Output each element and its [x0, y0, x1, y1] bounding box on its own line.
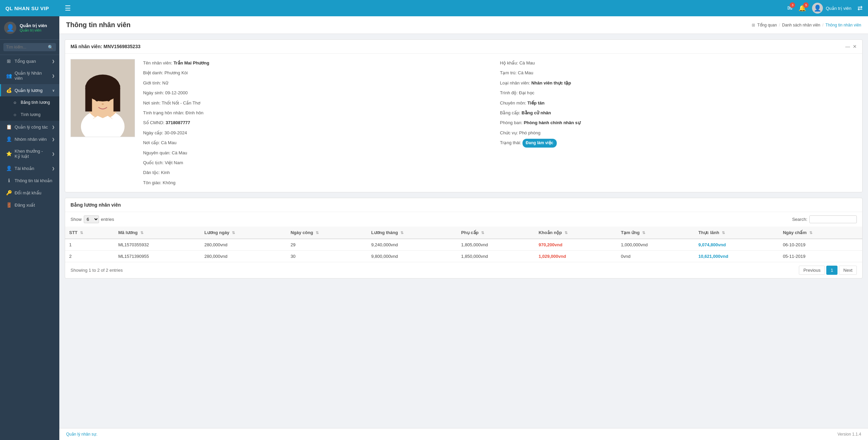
info-ton-giao: Tôn giáo: Không — [143, 179, 500, 187]
cell-ma-luong: ML1570355932 — [114, 239, 200, 251]
info-col-right: Hộ khẩu: Cà Mau Tạm trú: Cà Mau Loại nhâ… — [500, 59, 857, 187]
sidebar-item-tai-khoan[interactable]: 👤 Tài khoản ❯ — [0, 162, 59, 174]
cell-ngay-cong: 29 — [287, 239, 367, 251]
minimize-button[interactable]: — — [845, 44, 850, 49]
sidebar-item-quan-ly-cong-tac[interactable]: 📋 Quản lý công tác ❯ — [0, 121, 59, 133]
page-title: Thông tin nhân viên — [66, 21, 131, 29]
info-quoc-tich: Quốc tịch: Việt Nam — [143, 159, 500, 167]
info-dan-toc: Dân tộc: Kinh — [143, 169, 500, 176]
close-button[interactable]: ✕ — [853, 44, 857, 49]
info-tam-tru: Tạm trú: Cà Mau — [500, 69, 857, 77]
info-tinh-trang: Tình trạng hôn nhân: Đính hôn — [143, 109, 500, 117]
topbar: QL NHAN SU VIP ☰ ✉ 3 🔔 5 👤 Quản trị viên… — [0, 0, 868, 16]
employee-photo — [71, 59, 135, 137]
group-icon: 👤 — [6, 136, 12, 142]
showing-text: Showing 1 to 2 of 2 entries — [71, 268, 123, 273]
show-label: Show — [71, 217, 82, 222]
salary-card: Bảng lương nhân viên Show 6 10 25 entrie… — [65, 198, 863, 279]
chevron-down-icon: ∨ — [52, 89, 55, 92]
cell-luong-ngay: 280,000vnd — [200, 239, 287, 251]
page-1-button[interactable]: 1 — [826, 266, 837, 275]
cell-stt: 1 — [65, 239, 114, 251]
sidebar-item-doi-mat-khau[interactable]: 🔑 Đổi mật khẩu — [0, 187, 59, 199]
footer-link[interactable]: Quản lý nhân sự. — [66, 432, 97, 437]
bell-badge: 5 — [803, 2, 809, 8]
sidebar-label: Tài khoản — [15, 166, 49, 171]
next-button[interactable]: Next — [839, 266, 857, 275]
info-noi-sinh: Nơi sinh: Thốt Nốt - Cần Thơ — [143, 99, 500, 107]
circle-icon: ○ — [12, 100, 18, 105]
clipboard-icon: 📋 — [6, 124, 12, 130]
layout: 👤 Quản trị viên Quản trị viên 🔍 ⊞ Tổng q… — [0, 16, 868, 440]
sort-icon: ⇅ — [565, 231, 568, 235]
username: Quản trị viên — [826, 6, 851, 11]
col-thuc-lanh: Thực lãnh ⇅ — [694, 227, 779, 239]
sidebar-label: Đổi mật khẩu — [15, 190, 55, 195]
info-ngay-cap: Ngày cấp: 30-09-2024 — [143, 129, 500, 137]
show-entries-select[interactable]: 6 10 25 — [84, 215, 99, 223]
mail-icon[interactable]: ✉ 3 — [787, 4, 792, 12]
sort-icon: ⇅ — [80, 231, 83, 235]
sidebar-item-khen-thuong[interactable]: ⭐ Khen thưởng - Kỷ luật ❯ — [0, 145, 59, 162]
sidebar: 👤 Quản trị viên Quản trị viên 🔍 ⊞ Tổng q… — [0, 16, 59, 440]
cell-phu-cap: 1,805,000vnd — [457, 239, 534, 251]
info-gioi-tinh: Giới tính: Nữ — [143, 79, 500, 87]
sidebar-item-tong-quan[interactable]: ⊞ Tổng quan ❯ — [0, 55, 59, 67]
sidebar-username: Quản trị viên — [20, 23, 47, 28]
chevron-icon: ❯ — [52, 59, 55, 63]
svg-point-10 — [106, 97, 111, 101]
sidebar-item-quan-ly-luong[interactable]: 💰 Quản lý lương ∨ — [0, 84, 59, 96]
money-icon: 💰 — [6, 88, 12, 93]
sidebar-item-tinh-luong[interactable]: ○ Tính lương — [0, 109, 59, 121]
status-badge: Đang làm việc — [522, 139, 557, 148]
col-phu-cap: Phụ cấp ⇅ — [457, 227, 534, 239]
salary-table-title: Bảng lương nhân viên — [71, 202, 121, 208]
breadcrumb-sep: / — [779, 23, 780, 27]
content-body: Mã nhân viên: MNV1569835233 — ✕ — [59, 34, 868, 428]
info-bang-cap: Bằng cấp: Bằng cử nhân — [500, 109, 857, 117]
employee-details: Tên nhân viên: Trần Mai Phương Biệt danh… — [143, 59, 857, 187]
cell-ma-luong: ML1571390955 — [114, 251, 200, 262]
share-icon[interactable]: ⇄ — [857, 4, 863, 12]
bell-icon[interactable]: 🔔 5 — [798, 4, 806, 12]
sidebar-item-thong-tin-tai-khoan[interactable]: ℹ Thông tin tài khoản — [0, 174, 59, 187]
grid-icon: ⊞ — [6, 58, 12, 64]
sidebar-item-bang-tinh-luong[interactable]: ○ Bảng tính lương — [0, 96, 59, 109]
sidebar-role: Quản trị viên — [20, 28, 47, 33]
search-label: Search: — [792, 217, 807, 222]
mail-badge: 3 — [790, 2, 795, 8]
employee-info: Tên nhân viên: Trần Mai Phương Biệt danh… — [65, 54, 862, 192]
sidebar-item-dang-xuat[interactable]: 🚪 Đăng xuất — [0, 199, 59, 211]
table-header: STT ⇅ Mã lương ⇅ Lương ngày ⇅ Ngày công … — [65, 227, 862, 239]
main-content: Thông tin nhân viên ⊞ Tổng quan / Danh s… — [59, 16, 868, 440]
info-ten: Tên nhân viên: Trần Mai Phương — [143, 59, 500, 67]
chevron-icon: ❯ — [52, 137, 55, 141]
sidebar-sub-luong: ○ Bảng tính lương ○ Tính lương — [0, 96, 59, 121]
sort-icon: ⇅ — [232, 231, 235, 235]
previous-button[interactable]: Previous — [799, 266, 825, 275]
cell-stt: 2 — [65, 251, 114, 262]
breadcrumb-danh-sach[interactable]: Danh sách nhân viên — [782, 23, 820, 27]
table-search-input[interactable] — [809, 215, 857, 223]
chevron-icon: ❯ — [52, 152, 55, 156]
card-actions: — ✕ — [845, 44, 857, 49]
table-controls: Show 6 10 25 entries Search: — [65, 212, 862, 227]
svg-rect-5 — [85, 88, 92, 111]
content-header: Thông tin nhân viên ⊞ Tổng quan / Danh s… — [59, 16, 868, 34]
hamburger-icon[interactable]: ☰ — [65, 4, 71, 12]
cell-khoan-nop: 1,029,000vnd — [534, 251, 617, 262]
breadcrumb-tong-quan[interactable]: Tổng quan — [757, 23, 777, 27]
user-menu[interactable]: 👤 Quản trị viên — [812, 3, 851, 14]
info-chuc-vu: Chức vụ: Phó phòng — [500, 129, 857, 137]
sidebar-item-quan-ly-nhan-vien[interactable]: 👥 Quản lý Nhân viên ❯ — [0, 67, 59, 84]
cell-ngay-cham: 06-10-2019 — [779, 239, 862, 251]
table-body: 1 ML1570355932 280,000vnd 29 9,240,000vn… — [65, 239, 862, 262]
sort-icon: ⇅ — [722, 231, 725, 235]
info-ho-khau: Hộ khẩu: Cà Mau — [500, 59, 857, 67]
table-controls-right: Search: — [792, 215, 857, 223]
col-khoan-nop: Khoản nộp ⇅ — [534, 227, 617, 239]
sidebar-label: Đăng xuất — [15, 203, 55, 208]
sidebar-item-nhom-nhan-vien[interactable]: 👤 Nhóm nhân viên ❯ — [0, 133, 59, 145]
avatar: 👤 — [812, 3, 823, 14]
cell-luong-thang: 9,240,000vnd — [367, 239, 457, 251]
